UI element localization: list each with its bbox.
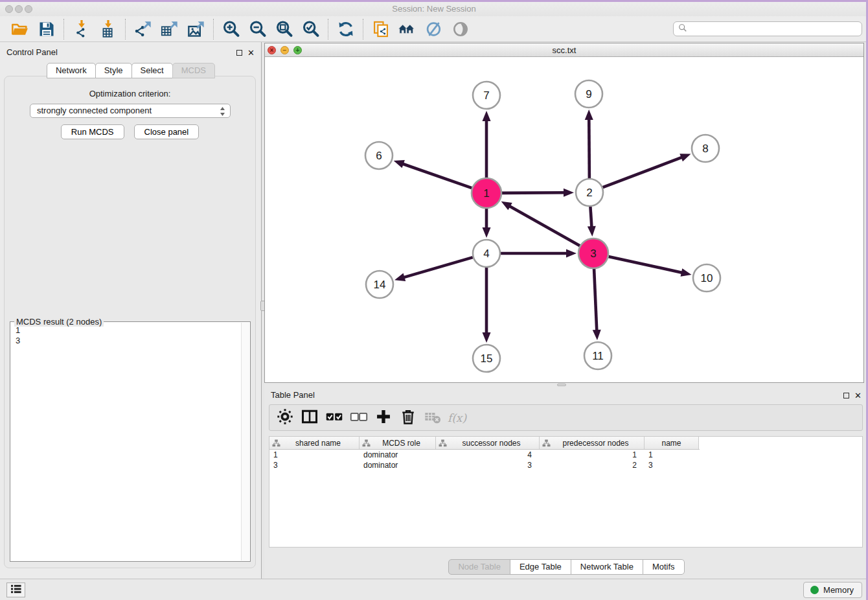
float-panel-icon[interactable] [236, 50, 242, 56]
tab-edge-table[interactable]: Edge Table [510, 559, 571, 575]
close-table-panel-icon[interactable]: ✕ [854, 393, 862, 398]
tab-select[interactable]: Select [131, 63, 173, 78]
tab-node-table[interactable]: Node Table [448, 559, 510, 575]
graph-node-1[interactable]: 1 [472, 178, 501, 208]
graph-node-11[interactable]: 11 [584, 342, 611, 369]
column-header-predecessor-nodes[interactable]: predecessor nodes [540, 437, 645, 449]
close-panel-icon[interactable]: ✕ [247, 50, 255, 56]
table-cell[interactable]: dominator [360, 461, 436, 470]
save-session-button[interactable] [33, 19, 60, 40]
float-table-panel-icon[interactable] [843, 393, 849, 398]
hide-graphics-details-button[interactable] [420, 19, 447, 40]
import-table-button[interactable] [95, 19, 121, 40]
table-panel: Table Panel ✕ f(x) shared nameMCDS roles… [264, 386, 868, 579]
tab-motifs[interactable]: Motifs [643, 559, 685, 575]
column-header-label: successor nodes [462, 439, 520, 448]
table-cell[interactable]: 3 [269, 461, 360, 470]
zoom-out-button[interactable] [244, 19, 271, 40]
graph-node-10[interactable]: 10 [693, 264, 720, 292]
graph-edge-4-14[interactable] [394, 257, 473, 281]
export-table-button[interactable] [156, 19, 183, 40]
graph-edge-3-1[interactable] [501, 202, 580, 246]
minimize-window-button[interactable] [15, 5, 23, 13]
create-column-button[interactable] [375, 410, 391, 426]
tab-style[interactable]: Style [95, 63, 132, 78]
graph-edge-1-7[interactable] [483, 111, 491, 178]
tab-network-table[interactable]: Network Table [571, 559, 643, 575]
search-input[interactable] [691, 24, 857, 34]
graph-edge-1-2[interactable] [502, 189, 574, 197]
memory-button[interactable]: Memory [803, 582, 862, 598]
column-header-mcds-role[interactable]: MCDS role [360, 437, 436, 449]
close-window-button[interactable] [5, 5, 13, 13]
network-canvas[interactable]: 7968124314101511 [265, 58, 863, 382]
delete-columns-icon [399, 408, 417, 428]
zoom-selected-button[interactable] [297, 19, 324, 40]
frame-maximize-icon[interactable]: + [293, 46, 302, 54]
graph-node-15[interactable]: 15 [473, 345, 500, 372]
graph-edge-3-10[interactable] [608, 257, 691, 277]
graph-node-2[interactable]: 2 [576, 179, 603, 206]
delete-columns-button[interactable] [400, 410, 416, 426]
graph-edge-2-3[interactable] [588, 207, 596, 237]
graph-node-14[interactable]: 14 [366, 271, 393, 298]
export-network-button[interactable] [130, 19, 156, 40]
graph-node-3[interactable]: 3 [578, 238, 608, 268]
column-header-successor-nodes[interactable]: successor nodes [436, 437, 540, 449]
tab-network[interactable]: Network [47, 63, 96, 78]
result-scrollbar[interactable] [241, 323, 249, 560]
table-cell[interactable]: 1 [540, 450, 645, 459]
birds-eye-view-button[interactable] [447, 19, 474, 40]
export-image-button[interactable] [183, 19, 209, 40]
graph-node-6[interactable]: 6 [365, 142, 393, 169]
table-cell[interactable]: 2 [540, 461, 645, 470]
graph-edge-4-3[interactable] [501, 249, 577, 258]
table-cell[interactable]: 3 [645, 461, 699, 470]
deselect-all-columns-button[interactable] [350, 410, 367, 426]
table-cell[interactable]: 3 [436, 461, 540, 470]
select-all-columns-button[interactable] [326, 410, 342, 426]
network-overview-icon [398, 20, 417, 38]
table-row[interactable]: 3dominator323 [269, 460, 700, 470]
table-cell[interactable]: 1 [269, 450, 360, 459]
network-overview-button[interactable] [394, 19, 420, 40]
table-options-gear-button[interactable] [277, 410, 293, 426]
graph-node-9[interactable]: 9 [575, 80, 602, 108]
table-cell[interactable]: dominator [360, 450, 436, 459]
control-panel-title: Control Panel [6, 47, 58, 57]
run-mcds-button[interactable]: Run MCDS [61, 124, 124, 139]
table-cell[interactable]: 4 [436, 450, 540, 459]
graph-node-8[interactable]: 8 [692, 135, 719, 162]
criterion-select[interactable]: strongly connected component [30, 104, 231, 118]
show-columns-button[interactable] [301, 410, 317, 426]
column-header-shared-name[interactable]: shared name [269, 437, 360, 449]
table-header-row: shared nameMCDS rolesuccessor nodesprede… [269, 437, 700, 450]
table-cell[interactable]: 1 [645, 450, 699, 459]
task-history-button[interactable] [6, 583, 25, 597]
duplicate-network-button[interactable] [367, 19, 394, 40]
titlebar: Session: New Session [0, 2, 868, 16]
close-panel-button[interactable]: Close panel [134, 124, 200, 139]
import-network-button[interactable] [68, 19, 95, 40]
refresh-layout-button[interactable] [332, 19, 359, 40]
graph-edge-3-11[interactable] [593, 269, 601, 340]
open-session-button[interactable] [6, 19, 33, 40]
deselect-all-columns-icon [350, 408, 368, 428]
graph-node-7[interactable]: 7 [473, 82, 500, 109]
graph-edge-1-4[interactable] [483, 209, 491, 238]
graph-edge-2-9[interactable] [585, 110, 593, 178]
frame-close-icon[interactable]: × [268, 46, 276, 54]
graph-node-label: 10 [701, 272, 713, 284]
frame-minimize-icon[interactable]: − [280, 46, 289, 54]
graph-node-4[interactable]: 4 [473, 240, 500, 267]
maximize-window-button[interactable] [25, 5, 32, 13]
zoom-fit-button[interactable] [271, 19, 297, 40]
zoom-in-button[interactable] [218, 19, 244, 40]
column-header-name[interactable]: name [645, 437, 699, 449]
search-box[interactable] [673, 21, 862, 36]
graph-edge-2-8[interactable] [603, 154, 691, 187]
tab-mcds[interactable]: MCDS [172, 63, 215, 78]
graph-edge-1-6[interactable] [394, 160, 472, 188]
table-row[interactable]: 1dominator411 [269, 450, 700, 460]
graph-edge-4-15[interactable] [483, 268, 491, 343]
